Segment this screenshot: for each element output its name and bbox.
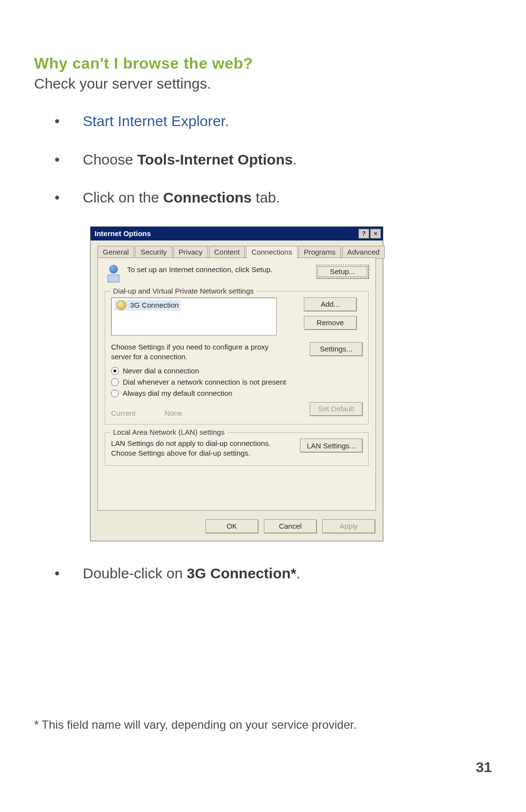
instruction-list: Start Internet Explorer. Choose Tools-In…	[34, 111, 492, 208]
tab-privacy[interactable]: Privacy	[173, 246, 208, 258]
help-button[interactable]: ?	[358, 229, 369, 239]
tab-programs[interactable]: Programs	[299, 246, 341, 258]
radio-icon	[111, 389, 119, 397]
page-number: 31	[476, 759, 492, 775]
lan-group-legend: Local Area Network (LAN) settings	[110, 428, 227, 436]
set-default-button: Set Default	[310, 402, 362, 416]
radio-label: Never dial a connection	[123, 367, 199, 375]
radio-label: Dial whenever a network connection is no…	[123, 378, 286, 386]
tab-strip: General Security Privacy Content Connect…	[97, 245, 376, 258]
dialup-group: Dial-up and Virtual Private Network sett…	[105, 291, 369, 425]
instruction-list-continued: Double-click on 3G Connection*.	[34, 564, 492, 584]
faq-subheading: Check your server settings.	[34, 75, 492, 92]
dialog-title: Internet Options	[94, 229, 151, 238]
current-label: Current	[111, 409, 135, 417]
radio-always-dial[interactable]: Always dial my default connection	[111, 389, 362, 397]
instruction-text-post: .	[296, 565, 300, 581]
setup-button[interactable]: Setup...	[316, 265, 369, 278]
connections-panel: To set up an Internet connection, click …	[97, 258, 376, 511]
instruction-item: Choose Tools-Internet Options.	[83, 150, 492, 170]
apply-button: Apply	[322, 519, 375, 533]
connection-icon	[116, 300, 126, 310]
add-button[interactable]: Add...	[304, 297, 357, 311]
instruction-item: Click on the Connections tab.	[83, 188, 492, 208]
setup-text: To set up an Internet connection, click …	[127, 265, 273, 275]
setup-row: To set up an Internet connection, click …	[105, 265, 369, 282]
radio-dial-whenever[interactable]: Dial whenever a network connection is no…	[111, 378, 362, 386]
current-value: None	[165, 409, 182, 417]
lan-group: Local Area Network (LAN) settings LAN Se…	[105, 432, 369, 466]
tab-connections[interactable]: Connections	[246, 246, 297, 258]
instruction-text-pre: Choose	[83, 151, 137, 167]
lan-settings-button[interactable]: LAN Settings...	[300, 439, 362, 452]
manual-page: Why can't I browse the web? Check your s…	[0, 0, 526, 812]
tab-advanced[interactable]: Advanced	[342, 246, 385, 258]
internet-options-dialog: Internet Options ? × General Security Pr…	[90, 226, 383, 541]
lan-text: LAN Settings do not apply to dial-up con…	[111, 439, 277, 459]
titlebar-buttons: ? ×	[358, 229, 381, 239]
instruction-text-bold: 3G Connection*	[187, 565, 296, 581]
dialup-group-legend: Dial-up and Virtual Private Network sett…	[110, 287, 257, 295]
settings-button[interactable]: Settings...	[310, 342, 362, 356]
setup-button-label: Setup...	[330, 267, 355, 276]
instruction-text-post: tab.	[252, 189, 280, 205]
radio-icon	[111, 367, 119, 375]
remove-button[interactable]: Remove	[304, 316, 357, 330]
radio-label: Always dial my default connection	[123, 389, 232, 397]
internet-setup-icon	[105, 265, 122, 282]
ok-button[interactable]: OK	[206, 519, 258, 533]
proxy-text: Choose Settings if you need to configure…	[111, 342, 277, 362]
dialog-body: General Security Privacy Content Connect…	[91, 240, 383, 514]
connection-name: 3G Connection	[130, 301, 179, 309]
tab-content[interactable]: Content	[209, 246, 245, 258]
instruction-text-pre: Click on the	[83, 189, 163, 205]
instruction-item: Double-click on 3G Connection*.	[83, 564, 492, 584]
tab-general[interactable]: General	[97, 246, 134, 258]
faq-heading: Why can't I browse the web?	[34, 55, 492, 73]
instruction-text: Start Internet Explorer.	[83, 113, 229, 129]
dialog-footer: OK Cancel Apply	[91, 514, 383, 541]
tab-security[interactable]: Security	[135, 246, 172, 258]
close-button[interactable]: ×	[370, 229, 381, 239]
instruction-text-pre: Double-click on	[83, 565, 187, 581]
dialog-screenshot: Internet Options ? × General Security Pr…	[90, 226, 492, 541]
instruction-text-post: .	[293, 151, 297, 167]
cancel-button[interactable]: Cancel	[264, 519, 317, 533]
radio-icon	[111, 378, 119, 386]
titlebar: Internet Options ? ×	[91, 227, 383, 240]
radio-never-dial[interactable]: Never dial a connection	[111, 367, 362, 375]
instruction-text-bold: Tools-Internet Options	[137, 151, 293, 167]
instruction-text-bold: Connections	[163, 189, 252, 205]
connections-listbox[interactable]: 3G Connection	[111, 297, 277, 335]
list-item[interactable]: 3G Connection	[114, 300, 181, 311]
instruction-item: Start Internet Explorer.	[83, 111, 492, 131]
footnote: * This field name will vary, depending o…	[34, 718, 357, 732]
